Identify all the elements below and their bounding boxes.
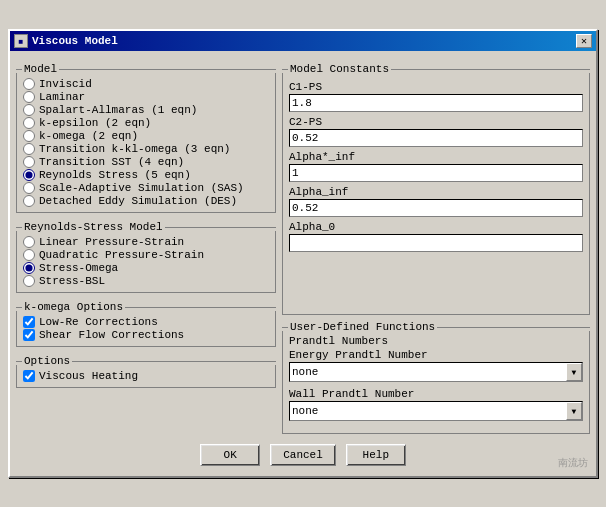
radio-spalart-label: Spalart-Allmaras (1 eqn) [39, 104, 197, 116]
radio-linear-label: Linear Pressure-Strain [39, 236, 184, 248]
const-alphainf-label: Alpha_inf [289, 186, 583, 198]
checkbox-shear-flow-label: Shear Flow Corrections [39, 329, 184, 341]
bottom-bar: OK Cancel Help [16, 438, 590, 470]
const-alphainf-star-input[interactable] [289, 164, 583, 182]
model-constants-group: Model Constants C1-PS C2-PS Alpha*_inf [282, 65, 590, 315]
komega-options-group: k-omega Options Low-Re Corrections Shear… [16, 303, 276, 347]
prandtl-section-label: Prandtl Numbers [289, 335, 583, 347]
radio-kepsilon: k-epsilon (2 eqn) [23, 117, 269, 129]
komega-options-content: Low-Re Corrections Shear Flow Correction… [16, 311, 276, 347]
radio-stress-bsl: Stress-BSL [23, 275, 269, 287]
wall-prandtl-wrapper: none ▼ [289, 401, 583, 421]
radio-sas-label: Scale-Adaptive Simulation (SAS) [39, 182, 244, 194]
checkbox-low-re-label: Low-Re Corrections [39, 316, 158, 328]
checkbox-low-re-input[interactable] [23, 316, 35, 328]
radio-reynolds-input[interactable] [23, 169, 35, 181]
energy-prandtl-select[interactable]: none [289, 362, 583, 382]
radio-linear-input[interactable] [23, 236, 35, 248]
wall-prandtl-label: Wall Prandtl Number [289, 388, 583, 400]
model-group: Model Inviscid Laminar [16, 65, 276, 213]
udf-content: Prandtl Numbers Energy Prandtl Number no… [282, 331, 590, 434]
model-options: Inviscid Laminar Spalart-Allmaras (1 eqn… [16, 73, 276, 213]
radio-laminar: Laminar [23, 91, 269, 103]
close-button[interactable]: ✕ [576, 34, 592, 48]
checkbox-shear-flow: Shear Flow Corrections [23, 329, 269, 341]
radio-laminar-input[interactable] [23, 91, 35, 103]
radio-stress-omega-input[interactable] [23, 262, 35, 274]
right-column: Model Constants C1-PS C2-PS Alpha*_inf [282, 57, 590, 434]
checkbox-viscous-heating-input[interactable] [23, 370, 35, 382]
radio-komega-input[interactable] [23, 130, 35, 142]
radio-linear: Linear Pressure-Strain [23, 236, 269, 248]
const-c2ps-input[interactable] [289, 129, 583, 147]
radio-des-label: Detached Eddy Simulation (DES) [39, 195, 237, 207]
const-alpha0-input[interactable] [289, 234, 583, 252]
radio-des: Detached Eddy Simulation (DES) [23, 195, 269, 207]
radio-transition-kkl-label: Transition k-kl-omega (3 eqn) [39, 143, 230, 155]
reynolds-stress-options: Linear Pressure-Strain Quadratic Pressur… [16, 231, 276, 293]
udf-group-label: User-Defined Functions [288, 321, 437, 333]
checkbox-viscous-heating-label: Viscous Heating [39, 370, 138, 382]
radio-stress-bsl-label: Stress-BSL [39, 275, 105, 287]
checkbox-shear-flow-input[interactable] [23, 329, 35, 341]
model-constants-scroll[interactable]: C1-PS C2-PS Alpha*_inf Alpha_inf Alpha_0 [283, 73, 589, 315]
energy-prandtl-wrapper: none ▼ [289, 362, 583, 382]
radio-reynolds-label: Reynolds Stress (5 eqn) [39, 169, 191, 181]
const-c1ps-label: C1-PS [289, 81, 583, 93]
udf-group: User-Defined Functions Prandtl Numbers E… [282, 323, 590, 434]
radio-inviscid-input[interactable] [23, 78, 35, 90]
radio-stress-omega: Stress-Omega [23, 262, 269, 274]
reynolds-stress-label: Reynolds-Stress Model [22, 221, 165, 233]
radio-komega: k-omega (2 eqn) [23, 130, 269, 142]
titlebar: ■ Viscous Model ✕ [10, 31, 596, 51]
radio-quadratic-input[interactable] [23, 249, 35, 261]
cancel-button[interactable]: Cancel [270, 444, 336, 466]
radio-spalart-input[interactable] [23, 104, 35, 116]
radio-stress-omega-label: Stress-Omega [39, 262, 118, 274]
options-group: Options Viscous Heating [16, 357, 276, 388]
main-row: Model Inviscid Laminar [16, 57, 590, 434]
const-alphainf-star-label: Alpha*_inf [289, 151, 583, 163]
options-group-content: Viscous Heating [16, 365, 276, 388]
model-group-label: Model [22, 63, 59, 75]
ok-button[interactable]: OK [200, 444, 260, 466]
window-icon: ■ [14, 34, 28, 48]
radio-laminar-label: Laminar [39, 91, 85, 103]
radio-transition-kkl: Transition k-kl-omega (3 eqn) [23, 143, 269, 155]
const-c1ps-input[interactable] [289, 94, 583, 112]
radio-kepsilon-label: k-epsilon (2 eqn) [39, 117, 151, 129]
radio-quadratic: Quadratic Pressure-Strain [23, 249, 269, 261]
model-constants-content: C1-PS C2-PS Alpha*_inf Alpha_inf Alpha_0 [282, 73, 590, 315]
radio-quadratic-label: Quadratic Pressure-Strain [39, 249, 204, 261]
window-body: Model Inviscid Laminar [10, 51, 596, 476]
wall-prandtl-select[interactable]: none [289, 401, 583, 421]
const-alpha0-label: Alpha_0 [289, 221, 583, 233]
titlebar-left: ■ Viscous Model [14, 34, 118, 48]
radio-stress-bsl-input[interactable] [23, 275, 35, 287]
radio-kepsilon-input[interactable] [23, 117, 35, 129]
radio-transition-sst: Transition SST (4 eqn) [23, 156, 269, 168]
viscous-model-dialog: ■ Viscous Model ✕ Model [8, 29, 598, 478]
window-title: Viscous Model [32, 35, 118, 47]
checkbox-low-re: Low-Re Corrections [23, 316, 269, 328]
radio-sas: Scale-Adaptive Simulation (SAS) [23, 182, 269, 194]
help-button[interactable]: Help [346, 444, 406, 466]
komega-options-label: k-omega Options [22, 301, 125, 313]
radio-reynolds: Reynolds Stress (5 eqn) [23, 169, 269, 181]
radio-transition-sst-label: Transition SST (4 eqn) [39, 156, 184, 168]
watermark: 南流坊 [558, 456, 588, 470]
radio-transition-sst-input[interactable] [23, 156, 35, 168]
reynolds-stress-group: Reynolds-Stress Model Linear Pressure-St… [16, 223, 276, 293]
energy-prandtl-label: Energy Prandtl Number [289, 349, 583, 361]
options-group-label: Options [22, 355, 72, 367]
checkbox-viscous-heating: Viscous Heating [23, 370, 269, 382]
left-column: Model Inviscid Laminar [16, 57, 276, 434]
const-alphainf-input[interactable] [289, 199, 583, 217]
radio-des-input[interactable] [23, 195, 35, 207]
radio-spalart: Spalart-Allmaras (1 eqn) [23, 104, 269, 116]
radio-sas-input[interactable] [23, 182, 35, 194]
radio-transition-kkl-input[interactable] [23, 143, 35, 155]
radio-komega-label: k-omega (2 eqn) [39, 130, 138, 142]
radio-inviscid-label: Inviscid [39, 78, 92, 90]
const-c2ps-label: C2-PS [289, 116, 583, 128]
